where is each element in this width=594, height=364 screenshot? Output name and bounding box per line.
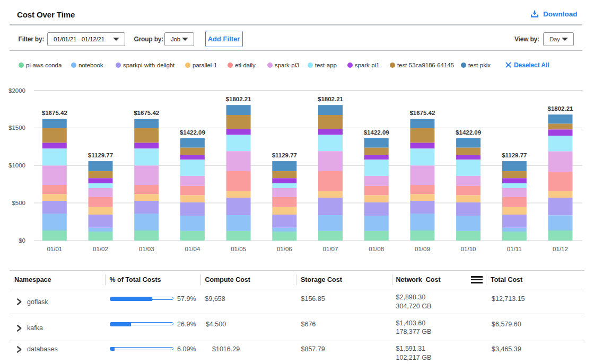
svg-text:$1802.21: $1802.21	[548, 105, 574, 112]
svg-text:$1000: $1000	[8, 162, 25, 168]
svg-text:$1675.42: $1675.42	[409, 110, 435, 116]
svg-text:$1129.77: $1129.77	[88, 152, 113, 158]
svg-text:$0: $0	[19, 237, 25, 244]
svg-text:$2000: $2000	[8, 87, 25, 94]
svg-text:$1422.09: $1422.09	[364, 129, 389, 136]
svg-text:$1129.77: $1129.77	[272, 152, 297, 158]
svg-text:$1129.77: $1129.77	[502, 152, 527, 158]
svg-text:01/04: 01/04	[185, 246, 200, 252]
svg-text:$500: $500	[12, 200, 25, 206]
svg-text:$1802.21: $1802.21	[318, 96, 344, 102]
svg-text:01/11: 01/11	[507, 246, 522, 252]
svg-text:01/03: 01/03	[139, 246, 154, 252]
svg-text:$1802.21: $1802.21	[226, 96, 252, 102]
svg-text:01/01: 01/01	[47, 246, 62, 252]
svg-text:01/07: 01/07	[323, 246, 338, 252]
svg-text:$1422.09: $1422.09	[456, 129, 481, 136]
svg-text:01/06: 01/06	[277, 246, 292, 252]
svg-text:01/02: 01/02	[93, 246, 108, 252]
svg-text:01/09: 01/09	[415, 246, 430, 252]
svg-text:$1500: $1500	[8, 125, 25, 131]
svg-text:$1422.09: $1422.09	[180, 129, 205, 136]
svg-text:$1675.42: $1675.42	[134, 110, 159, 116]
svg-text:01/10: 01/10	[461, 246, 476, 252]
svg-text:01/12: 01/12	[553, 246, 568, 252]
svg-text:$1675.42: $1675.42	[42, 110, 67, 116]
svg-text:01/08: 01/08	[369, 246, 384, 252]
svg-text:01/05: 01/05	[231, 246, 246, 252]
